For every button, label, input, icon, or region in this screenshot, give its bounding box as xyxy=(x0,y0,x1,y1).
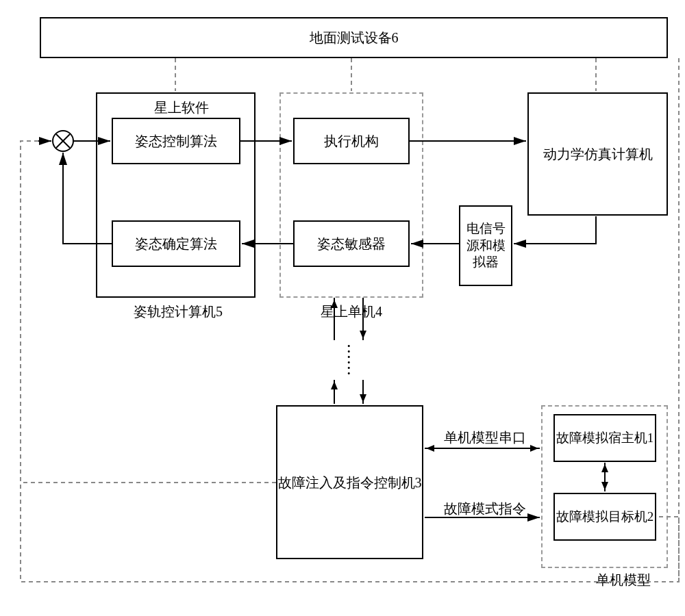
svg-marker-16 xyxy=(360,331,366,339)
attitude-sensor-label: 姿态敏感器 xyxy=(317,235,386,253)
svg-marker-18 xyxy=(331,381,338,389)
ground-test-equipment-label: 地面测试设备6 xyxy=(310,29,399,47)
attitude-control-algo-label: 姿态控制算法 xyxy=(135,132,217,151)
svg-point-0 xyxy=(53,131,73,151)
unit-model-label: 单机模型 xyxy=(596,571,651,589)
actuator-label: 执行机构 xyxy=(324,132,379,151)
svg-marker-22 xyxy=(530,445,538,452)
dynamics-sim-label: 动力学仿真计算机 xyxy=(543,145,653,163)
fault-injection-controller-label: 故障注入及指令控制机3 xyxy=(278,474,422,491)
fault-sim-target-box: 故障模拟目标机2 xyxy=(553,493,656,541)
fault-injection-controller-box: 故障注入及指令控制机3 xyxy=(276,405,423,559)
vertical-dots-icon: ······ xyxy=(347,344,351,376)
attitude-control-algo-box: 姿态控制算法 xyxy=(112,118,240,164)
signal-sim-label: 电信号源和模拟器 xyxy=(460,220,511,271)
attitude-det-algo-box: 姿态确定算法 xyxy=(112,220,240,267)
fault-sim-host-box: 故障模拟宿主机1 xyxy=(553,414,656,462)
unit-model-serial-label: 单机模型串口 xyxy=(444,428,526,447)
fault-mode-cmd-label: 故障模式指令 xyxy=(444,500,526,518)
svg-line-2 xyxy=(56,134,70,148)
fault-sim-host-label: 故障模拟宿主机1 xyxy=(556,429,654,447)
onboard-sw-label: 星上软件 xyxy=(154,99,209,117)
aoc-computer-label: 姿轨控计算机5 xyxy=(134,303,223,321)
ground-test-equipment-box: 地面测试设备6 xyxy=(40,17,668,58)
svg-line-1 xyxy=(56,134,70,148)
svg-marker-23 xyxy=(426,445,434,452)
dynamics-sim-box: 动力学仿真计算机 xyxy=(527,92,668,216)
attitude-sensor-box: 姿态敏感器 xyxy=(293,220,410,267)
actuator-box: 执行机构 xyxy=(293,118,410,164)
diagram-container: 地面测试设备6 星上软件 姿态控制算法 姿态确定算法 姿轨控计算机5 执行机构 … xyxy=(0,0,685,616)
svg-marker-20 xyxy=(360,394,366,402)
onboard-unit-label: 星上单机4 xyxy=(321,303,382,321)
fault-sim-target-label: 故障模拟目标机2 xyxy=(556,508,654,526)
attitude-det-algo-label: 姿态确定算法 xyxy=(135,235,217,253)
signal-sim-box: 电信号源和模拟器 xyxy=(459,205,512,286)
